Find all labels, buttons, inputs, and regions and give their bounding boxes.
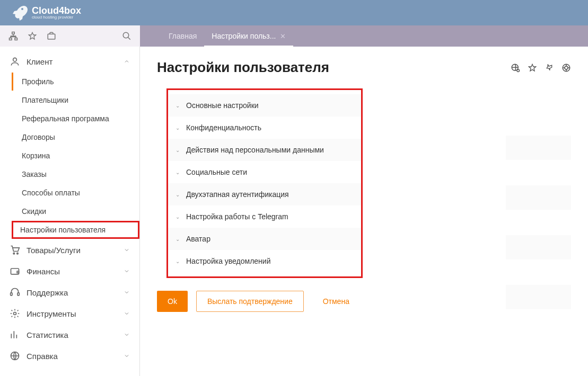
svg-point-6: [13, 253, 14, 254]
pin-icon[interactable]: [545, 63, 554, 73]
sidebar-item-label: Договоры: [22, 133, 55, 141]
sitemap-icon[interactable]: [8, 31, 18, 41]
sidebar-group-label: Инструменты: [27, 309, 124, 318]
tab-user-settings[interactable]: Настройки польз... ✕: [204, 25, 293, 47]
section-label: Настройка уведомлений: [186, 257, 270, 265]
chevron-down-icon: ⌄: [175, 103, 180, 109]
section-label: Настройка работы с Telegram: [186, 212, 288, 221]
sidebar-group-label: Финансы: [27, 267, 124, 276]
sidebar-group-finance[interactable]: Финансы: [0, 261, 139, 282]
sidebar-item-payers[interactable]: Плательщики: [12, 91, 139, 109]
settings-sections: ⌄Основные настройки ⌄Конфиденциальность …: [166, 88, 363, 278]
sidebar-item-label: Скидки: [22, 207, 46, 216]
star-icon[interactable]: [28, 31, 37, 41]
chevron-down-icon: ⌄: [175, 192, 180, 198]
close-icon[interactable]: ✕: [280, 32, 286, 40]
sidebar-item-label: Настройки пользователя: [20, 226, 106, 234]
sidebar-item-discounts[interactable]: Скидки: [12, 202, 139, 220]
section-label: Основные настройки: [186, 101, 259, 110]
brand-tagline: cloud hosting provider: [32, 15, 81, 20]
section-personal-data[interactable]: ⌄Действия над персональными данными: [168, 139, 361, 161]
sidebar-group-products[interactable]: Товары/Услуги: [0, 239, 139, 261]
section-social[interactable]: ⌄Социальные сети: [168, 161, 361, 183]
background-stripes: [506, 136, 571, 335]
sidebar-item-label: Профиль: [22, 77, 54, 86]
svg-rect-1: [10, 38, 12, 40]
section-telegram[interactable]: ⌄Настройка работы с Telegram: [168, 205, 361, 228]
ok-button[interactable]: Ok: [157, 291, 188, 312]
sidebar-item-label: Способы оплаты: [22, 189, 80, 197]
section-notifications[interactable]: ⌄Настройка уведомлений: [168, 250, 361, 272]
svg-point-14: [517, 69, 520, 72]
chevron-down-icon: [124, 332, 130, 338]
sidebar-group-stats[interactable]: Статистика: [0, 324, 139, 345]
sidebar-item-contracts[interactable]: Договоры: [12, 128, 139, 146]
brand-logo[interactable]: Cloud4box cloud hosting provider: [11, 4, 81, 21]
sidebar-item-label: Плательщики: [22, 96, 68, 104]
resend-confirmation-button[interactable]: Выслать подтверждение: [196, 291, 304, 312]
sidebar-group-label: Товары/Услуги: [27, 246, 124, 255]
section-label: Конфиденциальность: [186, 123, 261, 132]
globe-settings-icon[interactable]: [511, 63, 520, 73]
sidebar-group-label: Поддержка: [27, 288, 124, 297]
rocket-icon: [11, 4, 28, 21]
sidebar-group-label: Клиент: [27, 57, 124, 66]
chevron-down-icon: [124, 289, 130, 296]
star-icon[interactable]: [528, 63, 537, 73]
page-actions: [511, 63, 571, 73]
chevron-down-icon: ⌄: [175, 258, 180, 264]
chevron-down-icon: ⌄: [175, 214, 180, 220]
section-label: Двухэтапная аутентификация: [186, 190, 289, 199]
svg-rect-0: [12, 32, 15, 34]
sidebar-group-support[interactable]: Поддержка: [0, 282, 139, 303]
user-icon: [10, 56, 20, 67]
sidebar-item-payment-methods[interactable]: Способы оплаты: [12, 184, 139, 202]
section-label: Аватар: [186, 235, 210, 243]
svg-point-5: [13, 58, 17, 61]
svg-point-7: [17, 253, 19, 254]
svg-rect-9: [11, 293, 12, 296]
main-content: Настройки пользователя ⌄Основные настрой…: [140, 47, 588, 376]
section-privacy[interactable]: ⌄Конфиденциальность: [168, 117, 361, 139]
chevron-down-icon: [124, 353, 130, 359]
tab-label: Настройки польз...: [212, 32, 276, 40]
section-2fa[interactable]: ⌄Двухэтапная аутентификация: [168, 183, 361, 205]
sidebar-item-orders[interactable]: Заказы: [12, 165, 139, 183]
sidebar-item-user-settings[interactable]: Настройки пользователя: [12, 221, 139, 239]
chart-icon: [10, 329, 20, 340]
gear-icon: [10, 308, 20, 319]
section-label: Социальные сети: [186, 168, 247, 176]
sidebar-group-tools[interactable]: Инструменты: [0, 303, 139, 324]
help-icon[interactable]: [561, 63, 571, 73]
sidebar-group-client[interactable]: Клиент: [0, 51, 139, 72]
globe-icon: [10, 351, 20, 361]
sidebar-group-label: Статистика: [27, 330, 124, 339]
briefcase-icon[interactable]: [47, 31, 56, 41]
svg-point-4: [123, 32, 129, 38]
sidebar-item-cart[interactable]: Корзина: [12, 147, 139, 165]
svg-rect-10: [17, 293, 19, 296]
section-label: Действия над персональными данными: [186, 146, 324, 154]
sidebar: Клиент Профиль Плательщики Реферальная п…: [0, 47, 140, 376]
svg-rect-3: [48, 34, 55, 39]
tab-home[interactable]: Главная: [161, 25, 204, 47]
sidebar-item-profile[interactable]: Профиль: [12, 73, 139, 91]
toolbar: Главная Настройки польз... ✕: [0, 25, 588, 47]
chevron-down-icon: ⌄: [175, 169, 180, 175]
chevron-down-icon: ⌄: [175, 147, 180, 153]
cancel-button[interactable]: Отмена: [312, 291, 360, 312]
cart-icon: [10, 245, 20, 255]
brand-name: Cloud4box: [32, 6, 81, 15]
svg-point-16: [565, 66, 568, 69]
section-general[interactable]: ⌄Основные настройки: [168, 94, 361, 117]
section-avatar[interactable]: ⌄Аватар: [168, 228, 361, 250]
chevron-down-icon: [124, 310, 130, 317]
sidebar-item-referral[interactable]: Реферальная программа: [12, 110, 139, 128]
tab-label: Главная: [169, 32, 197, 40]
tabs-bar: Главная Настройки польз... ✕: [140, 25, 588, 47]
sidebar-group-help[interactable]: Справка: [0, 345, 139, 366]
sidebar-group-label: Справка: [27, 352, 124, 361]
search-icon[interactable]: [122, 31, 131, 41]
sidebar-item-label: Заказы: [22, 170, 47, 178]
sidebar-item-label: Корзина: [22, 151, 50, 160]
